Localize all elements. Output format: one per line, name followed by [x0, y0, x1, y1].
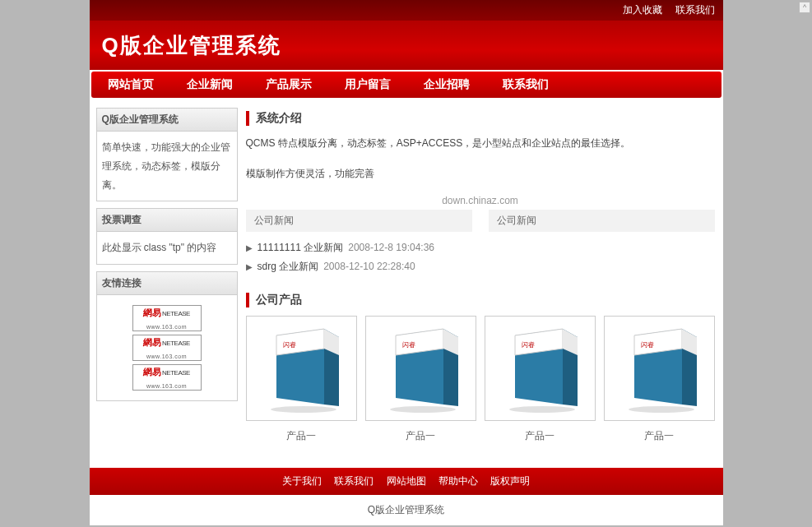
nav-home[interactable]: 网站首页: [108, 77, 154, 92]
intro-text: QCMS 特点模版分离，动态标签，ASP+ACCESS，是小型站点和企业站点的最…: [246, 134, 715, 183]
topbar-contact[interactable]: 联系我们: [675, 4, 715, 16]
friend-link-cn: 網易: [143, 367, 161, 377]
nav-guestbook[interactable]: 用户留言: [345, 77, 391, 92]
product-image: 闪睿: [365, 316, 476, 421]
sidebar-links-body: 網易NETEASE www.163.com 網易NETEASE www.163.…: [97, 295, 237, 400]
friend-link[interactable]: 網易NETEASE www.163.com: [132, 305, 202, 331]
watermark-text: down.chinaz.com: [246, 195, 715, 206]
news-item[interactable]: ▶ sdrg 企业新闻 2008-12-10 22:28:40: [246, 257, 472, 276]
news-title: sdrg 企业新闻: [258, 260, 319, 274]
software-box-icon: 闪睿: [378, 322, 464, 414]
news-tabs: 公司新闻 ▶ 11111111 企业新闻 2008-12-8 19:04:36 …: [246, 210, 715, 289]
svg-text:闪睿: 闪睿: [641, 341, 654, 349]
footer-copyright[interactable]: 版权声明: [490, 475, 530, 487]
sidebar-intro-body: 简单快速，功能强大的企业管理系统，动态标签，模版分离。: [97, 132, 237, 201]
sidebar-poll-body: 此处显示 class "tp" 的内容: [97, 232, 237, 264]
scroll-top[interactable]: ^: [799, 2, 810, 13]
product-name: 产品一: [246, 429, 357, 443]
main-nav: 网站首页 企业新闻 产品展示 用户留言 企业招聘 联系我们: [91, 72, 722, 98]
product-card[interactable]: 闪睿 产品一: [485, 316, 596, 443]
friend-link-en: NETEASE: [162, 310, 190, 317]
nav-products[interactable]: 产品展示: [266, 77, 312, 92]
footer-contact[interactable]: 联系我们: [334, 475, 374, 487]
sidebar-links-panel: 友情连接 網易NETEASE www.163.com 網易NETEASE www…: [96, 271, 238, 401]
svg-text:闪睿: 闪睿: [522, 341, 535, 349]
friend-link-en: NETEASE: [162, 340, 190, 347]
svg-point-4: [271, 406, 336, 413]
svg-point-16: [509, 406, 575, 413]
product-card[interactable]: 闪睿 产品一: [604, 316, 715, 443]
sidebar-intro-panel: Q版企业管理系统 简单快速，功能强大的企业管理系统，动态标签，模版分离。: [96, 108, 238, 201]
topbar: 加入收藏 联系我们: [90, 0, 723, 21]
friend-link-cn: 網易: [143, 307, 161, 317]
friend-link-domain: www.163.com: [146, 381, 187, 391]
news-timestamp: 2008-12-8 19:04:36: [348, 242, 434, 253]
news-tab-right: 公司新闻: [489, 210, 715, 289]
intro-heading: 系统介绍: [246, 111, 715, 126]
product-name: 产品一: [485, 429, 596, 443]
product-name: 产品一: [604, 429, 715, 443]
news-item[interactable]: ▶ 11111111 企业新闻 2008-12-8 19:04:36: [246, 238, 472, 257]
topbar-favorite[interactable]: 加入收藏: [623, 4, 662, 16]
content-body: Q版企业管理系统 简单快速，功能强大的企业管理系统，动态标签，模版分离。 投票调…: [90, 99, 723, 451]
product-name: 产品一: [365, 429, 476, 443]
main: 系统介绍 QCMS 特点模版分离，动态标签，ASP+ACCESS，是小型站点和企…: [242, 108, 723, 443]
news-list: ▶ 11111111 企业新闻 2008-12-8 19:04:36 ▶ sdr…: [246, 232, 472, 289]
friend-link[interactable]: 網易NETEASE www.163.com: [132, 335, 202, 361]
bullet-icon: ▶: [246, 262, 253, 271]
footer-sitemap[interactable]: 网站地图: [387, 475, 426, 487]
news-tab-right-header[interactable]: 公司新闻: [489, 210, 715, 232]
svg-text:闪睿: 闪睿: [402, 341, 415, 349]
software-box-icon: 闪睿: [258, 322, 345, 414]
products-heading: 公司产品: [246, 293, 715, 307]
intro-p2: 模版制作方便灵活，功能完善: [246, 164, 715, 183]
nav-news[interactable]: 企业新闻: [187, 77, 233, 92]
news-list-right: [489, 232, 715, 252]
product-image: 闪睿: [485, 316, 596, 421]
friend-link-cn: 網易: [143, 337, 161, 347]
news-tab-left: 公司新闻 ▶ 11111111 企业新闻 2008-12-8 19:04:36 …: [246, 210, 472, 289]
footer-nav: 关于我们 联系我们 网站地图 帮助中心 版权声明: [90, 468, 723, 495]
software-box-icon: 闪睿: [497, 322, 583, 414]
friend-link-domain: www.163.com: [146, 321, 187, 332]
friend-link-domain: www.163.com: [146, 351, 187, 362]
sidebar-poll-panel: 投票调查 此处显示 class "tp" 的内容: [96, 208, 238, 265]
news-title: 11111111 企业新闻: [258, 241, 344, 255]
page-wrap: 加入收藏 联系我们 Q版企业管理系统 网站首页 企业新闻 产品展示 用户留言 企…: [90, 0, 723, 525]
sidebar-intro-title: Q版企业管理系统: [97, 109, 237, 132]
sidebar: Q版企业管理系统 简单快速，功能强大的企业管理系统，动态标签，模版分离。 投票调…: [90, 108, 242, 443]
sidebar-poll-title: 投票调查: [97, 209, 237, 232]
product-card[interactable]: 闪睿 产品一: [246, 316, 357, 443]
header: Q版企业管理系统: [90, 21, 723, 70]
footer-help[interactable]: 帮助中心: [438, 475, 478, 487]
intro-p1: QCMS 特点模版分离，动态标签，ASP+ACCESS，是小型站点和企业站点的最…: [246, 134, 715, 153]
software-box-icon: 闪睿: [616, 322, 703, 414]
svg-point-22: [629, 406, 694, 413]
product-card[interactable]: 闪睿 产品一: [365, 316, 476, 443]
bullet-icon: ▶: [246, 243, 253, 252]
nav-contact[interactable]: 联系我们: [503, 77, 549, 92]
friend-link-en: NETEASE: [162, 369, 190, 377]
footer-about[interactable]: 关于我们: [282, 475, 322, 487]
footer-copy: Q版企业管理系统: [90, 495, 723, 525]
sidebar-links-title: 友情连接: [97, 272, 237, 295]
friend-link[interactable]: 網易NETEASE www.163.com: [132, 364, 202, 391]
news-timestamp: 2008-12-10 22:28:40: [323, 261, 415, 272]
product-image: 闪睿: [604, 316, 715, 421]
svg-text:闪睿: 闪睿: [283, 341, 296, 349]
site-title: Q版企业管理系统: [102, 31, 281, 60]
nav-jobs[interactable]: 企业招聘: [424, 77, 470, 92]
news-tab-left-header[interactable]: 公司新闻: [246, 210, 472, 232]
product-image: 闪睿: [246, 316, 357, 421]
svg-point-10: [390, 406, 456, 413]
product-grid: 闪睿 产品一 闪睿: [246, 316, 715, 443]
